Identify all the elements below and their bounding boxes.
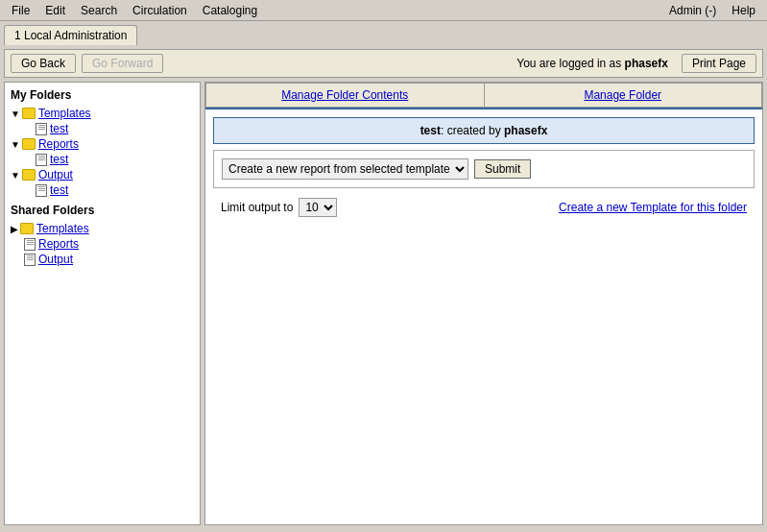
shared-reports-row[interactable]: Reports — [24, 236, 194, 252]
shared-output-icon — [24, 254, 36, 266]
shared-templates-link[interactable]: Templates — [36, 222, 89, 235]
menu-cataloging[interactable]: Cataloging — [195, 2, 265, 19]
my-reports-link[interactable]: Reports — [38, 137, 79, 151]
my-templates-child-row[interactable]: test — [36, 121, 194, 136]
shared-output-link[interactable]: Output — [38, 253, 73, 266]
my-output-child-row[interactable]: test — [36, 182, 194, 198]
menu-file[interactable]: File — [4, 2, 37, 19]
my-reports-child-row[interactable]: test — [36, 152, 194, 167]
tab-manage-folder[interactable]: Manage Folder — [484, 83, 763, 108]
shared-output-row[interactable]: Output — [24, 252, 194, 267]
logged-in-prefix: You are logged in as — [516, 57, 624, 70]
my-output-arrow[interactable]: ▼ — [11, 170, 20, 181]
limit-row: Limit output to 10 Create a new Template… — [213, 192, 755, 223]
my-output-folder-row[interactable]: ▼ Output — [11, 167, 194, 182]
right-panel-tabs: Manage Folder Contents Manage Folder — [205, 83, 762, 109]
submit-button[interactable]: Submit — [474, 159, 531, 179]
my-reports-arrow[interactable]: ▼ — [11, 139, 20, 150]
menu-circulation[interactable]: Circulation — [125, 2, 195, 19]
my-folders-title: My Folders — [11, 88, 194, 102]
my-reports-child-icon — [36, 154, 47, 166]
tab-manage-folder-link[interactable]: Manage Folder — [584, 88, 661, 102]
content-area: My Folders ▼ Templates test ▼ Reports te… — [4, 82, 763, 525]
left-panel: My Folders ▼ Templates test ▼ Reports te… — [4, 82, 201, 525]
my-reports-folder-icon — [22, 138, 36, 150]
right-panel-content: test: created by phasefx Create a new re… — [205, 109, 762, 230]
menubar-right: Admin (-) Help — [661, 2, 763, 19]
main-tab[interactable]: 1 Local Administration — [4, 25, 137, 45]
shared-templates-arrow[interactable]: ▶ — [11, 224, 18, 234]
create-template-link[interactable]: Create a new Template for this folder — [559, 201, 747, 214]
my-templates-child-icon — [36, 123, 47, 135]
my-output-child-link[interactable]: test — [50, 183, 68, 197]
action-select[interactable]: Create a new report from selected templa… — [222, 158, 468, 180]
my-templates-folder-row[interactable]: ▼ Templates — [11, 106, 194, 121]
main-content: Go Back Go Forward You are logged in as … — [0, 45, 767, 529]
menu-edit[interactable]: Edit — [37, 2, 73, 19]
record-created-by-prefix: created by — [447, 124, 504, 137]
limit-label: Limit output to — [221, 201, 293, 214]
logged-in-username: phasefx — [625, 57, 668, 70]
my-reports-child-link[interactable]: test — [50, 153, 68, 166]
record-username: phasefx — [504, 124, 547, 137]
my-templates-arrow[interactable]: ▼ — [11, 109, 20, 119]
menu-help[interactable]: Help — [724, 2, 763, 19]
my-templates-link[interactable]: Templates — [38, 107, 91, 120]
shared-reports-link[interactable]: Reports — [38, 237, 79, 251]
record-folder-name: test — [420, 124, 441, 137]
shared-folders-title: Shared Folders — [11, 204, 194, 217]
print-page-button[interactable]: Print Page — [682, 54, 756, 73]
limit-select[interactable]: 10 — [299, 198, 337, 217]
logged-in-info: You are logged in as phasefx — [516, 57, 668, 70]
right-panel: Manage Folder Contents Manage Folder tes… — [204, 82, 763, 525]
tab-manage-folder-contents[interactable]: Manage Folder Contents — [205, 83, 484, 108]
my-reports-folder-row[interactable]: ▼ Reports — [11, 136, 194, 152]
menubar: File Edit Search Circulation Cataloging … — [0, 0, 767, 21]
my-templates-folder-icon — [22, 108, 36, 119]
menu-search[interactable]: Search — [73, 2, 125, 19]
menu-admin[interactable]: Admin (-) — [661, 2, 724, 19]
my-templates-child-link[interactable]: test — [50, 122, 68, 135]
shared-templates-folder-icon — [20, 223, 34, 234]
go-forward-button[interactable]: Go Forward — [82, 54, 163, 73]
action-row: Create a new report from selected templa… — [213, 150, 755, 188]
my-output-link[interactable]: Output — [38, 168, 73, 181]
tab-manage-folder-contents-link[interactable]: Manage Folder Contents — [281, 88, 408, 102]
record-info: test: created by phasefx — [213, 117, 755, 144]
go-back-button[interactable]: Go Back — [11, 54, 76, 73]
toolbar: Go Back Go Forward You are logged in as … — [4, 49, 763, 78]
my-output-child-icon — [36, 184, 47, 197]
record-created-by-text: : — [441, 124, 447, 137]
shared-reports-icon — [24, 238, 36, 251]
tabbar: 1 Local Administration — [0, 21, 767, 45]
shared-templates-folder-row[interactable]: ▶ Templates — [11, 221, 194, 236]
my-output-folder-icon — [22, 169, 36, 181]
